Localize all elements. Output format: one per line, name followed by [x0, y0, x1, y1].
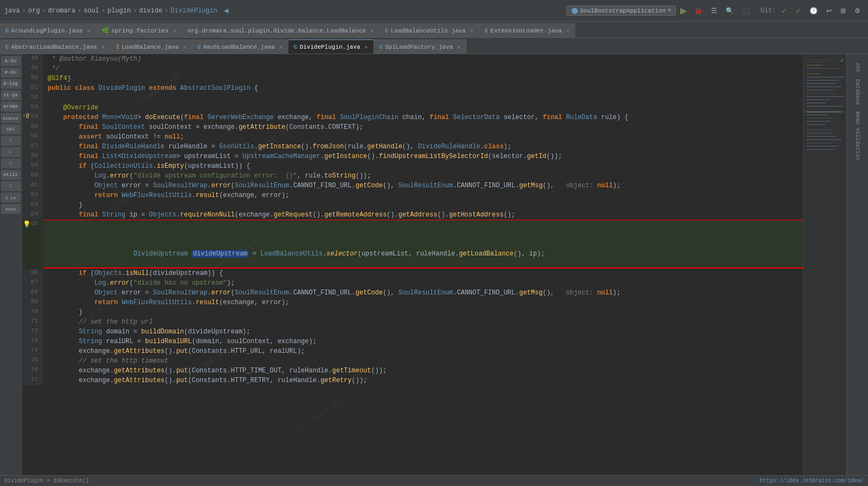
- tab-close-icon[interactable]: ✕: [566, 28, 569, 34]
- tab-hashloadbalance[interactable]: C HashLoadBalance.java ✕: [192, 40, 288, 54]
- run-config[interactable]: ⬤ SoulBootstrapApplication ▼: [567, 5, 676, 16]
- svg-rect-19: [806, 121, 831, 122]
- tab-abstractloadbalance[interactable]: C AbstractLoadBalance.java ✕: [0, 40, 110, 54]
- tab-close-icon[interactable]: ✕: [365, 44, 368, 50]
- git-check-button[interactable]: ✓: [778, 6, 790, 16]
- git-rollback-button[interactable]: ↩: [823, 6, 835, 16]
- code-scroll[interactable]: 48 * @author Xiaoyuu(Myth) 49 */ 50 @Slf…: [22, 54, 803, 475]
- table-row: 51 public class DividePlugin extends Abs…: [22, 83, 803, 93]
- main-area: a-du e-du d-log xt-pa aroma alance spi C…: [0, 54, 868, 475]
- svg-rect-4: [806, 74, 820, 74]
- tab-loadbalanceutils[interactable]: C LoadBalanceUtils.java ✕: [379, 23, 479, 37]
- tab-extensionloader[interactable]: C ExtensionLoader.java ✕: [479, 23, 576, 37]
- sidebar-item-c4[interactable]: C: [1, 181, 21, 191]
- tab-label: org.dromara.soul.plugin.divide.balance.L…: [187, 28, 366, 34]
- breadcrumb-plugin[interactable]: plugin: [107, 7, 130, 15]
- svg-rect-21: [806, 130, 833, 130]
- statusbar-url[interactable]: https://idea.JetBrains.com/idea/: [760, 478, 864, 484]
- gutter-override-icon: ↑@: [23, 113, 29, 119]
- svg-rect-10: [806, 93, 836, 94]
- git-checkmark2-button[interactable]: ✓: [792, 6, 804, 16]
- table-row: 76 exchange.getAttributes().put(Constant…: [22, 366, 803, 376]
- code-editor[interactable]: Y-YANB0722-02 Y-YANB0722-02 XY-YA-YANB07…: [22, 54, 803, 475]
- breadcrumb-dromara[interactable]: dromara: [48, 7, 75, 15]
- tab-label: AbstractLoadBalance.java: [11, 44, 97, 50]
- minimap[interactable]: ✓: [803, 54, 846, 475]
- tab-loadbalance-props[interactable]: org.dromara.soul.plugin.divide.balance.L…: [182, 23, 379, 37]
- svg-rect-16: [806, 111, 841, 113]
- debug-button[interactable]: 🐞: [691, 6, 706, 16]
- line-number: 53: [22, 103, 43, 113]
- sidebar-item-a-du[interactable]: a-du: [1, 56, 21, 66]
- line-number: 55: [22, 122, 43, 132]
- line-content: return WebFluxResultUtils.result(exchang…: [43, 298, 803, 307]
- sidebar-item-d-log[interactable]: d-log: [1, 79, 21, 89]
- tab-label: SpiLoadFactory.java: [385, 44, 452, 50]
- tab-divideplugin[interactable]: C DividePlugin.java ✕: [288, 40, 374, 54]
- tab-close-icon[interactable]: ✕: [370, 28, 373, 34]
- tab-label: DividePlugin.java: [300, 44, 360, 50]
- git-more-button[interactable]: ⊞: [837, 6, 849, 16]
- tab-springfactories[interactable]: 🌿 spring.factories ✕: [96, 23, 182, 37]
- line-content: final SoulContext soulContext = exchange…: [43, 122, 803, 132]
- table-row: 49 */: [22, 64, 803, 74]
- tab-spiloadfactory[interactable]: C SpiLoadFactory.java ✕: [374, 40, 466, 54]
- run-button[interactable]: ▶: [678, 4, 689, 17]
- sidebar-item-c2[interactable]: C: [1, 147, 21, 157]
- panel-label-bean-validation[interactable]: Bean Validation: [854, 111, 860, 160]
- breadcrumb-org[interactable]: org: [28, 7, 40, 15]
- line-content: }: [43, 200, 803, 210]
- sidebar-item-ndle[interactable]: ndle: [1, 204, 21, 214]
- tab-close-icon[interactable]: ✕: [457, 44, 461, 50]
- table-row: 73 String realURL = buildRealURL(domain,…: [22, 337, 803, 346]
- git-history-button[interactable]: 🕐: [806, 6, 821, 16]
- sidebar-item-lo[interactable]: 1 Lo: [1, 193, 21, 202]
- tab-icon-sf: 🌿: [102, 27, 109, 34]
- sidebar-item-aroma[interactable]: aroma: [1, 102, 21, 111]
- tab-aroundlogplugin[interactable]: C AroundLogPlugin.java ✕: [0, 23, 96, 37]
- breadcrumb-java[interactable]: java: [4, 7, 20, 15]
- tab-label: LoadBalance.java: [122, 44, 179, 50]
- tab-close-icon[interactable]: ✕: [279, 44, 282, 50]
- sidebar-item-e-du[interactable]: e-du: [1, 68, 21, 77]
- sidebar-item-spi[interactable]: spi: [1, 124, 21, 134]
- line-number: 54 ↑@: [22, 113, 43, 122]
- sidebar-item-utils[interactable]: utils: [1, 170, 21, 180]
- tab-close-icon[interactable]: ✕: [183, 44, 186, 50]
- line-content: exchange.getAttributes().put(Constants.H…: [43, 376, 803, 385]
- back-icon[interactable]: ◀: [224, 6, 228, 15]
- line-number: 65 💡: [22, 220, 43, 268]
- line-number: 73: [22, 337, 43, 346]
- panel-label-database[interactable]: Database: [854, 79, 860, 105]
- svg-rect-9: [806, 90, 833, 90]
- table-row: 67 Log.error("divide has no upstream");: [22, 278, 803, 288]
- line-content: Object error = SoulResultWrap.error(Soul…: [43, 288, 803, 298]
- sidebar-item-c3[interactable]: C: [1, 159, 21, 168]
- breadcrumb-soul[interactable]: soul: [83, 7, 99, 15]
- breadcrumb-divideplugin[interactable]: DividePlugin: [170, 7, 217, 15]
- tab-close-icon[interactable]: ✕: [470, 28, 474, 34]
- panel-label-ant[interactable]: Ant: [854, 63, 860, 73]
- breadcrumb-divide[interactable]: divide: [139, 7, 162, 15]
- tab-loadbalance[interactable]: I LoadBalance.java ✕: [110, 40, 192, 54]
- line-content: // set the http url: [43, 317, 803, 327]
- profile-button[interactable]: 🔍: [722, 6, 737, 16]
- line-number: 49: [22, 64, 43, 74]
- sidebar-item-c1[interactable]: C: [1, 136, 21, 146]
- tab-close-icon[interactable]: ✕: [173, 28, 176, 34]
- sidebar-item-xt-pa[interactable]: xt-pa: [1, 90, 21, 100]
- stop-button[interactable]: ⬛: [739, 6, 754, 16]
- table-row: 77 exchange.getAttributes().put(Constant…: [22, 376, 803, 385]
- run-config-dropdown-icon[interactable]: ▼: [668, 8, 671, 14]
- tab-close-icon[interactable]: ✕: [87, 28, 90, 34]
- settings-button[interactable]: ⚙: [851, 6, 864, 16]
- sidebar-item-alance[interactable]: alance: [1, 113, 21, 123]
- line-number: 66: [22, 268, 43, 278]
- highlighted-word: divideUpstream: [192, 250, 248, 258]
- tab-label: ExtensionLoader.java: [490, 28, 562, 34]
- line-content: final String ip = Objects.requireNonNull…: [43, 210, 803, 220]
- tab-label: LoadBalanceUtils.java: [391, 28, 466, 34]
- coverage-button[interactable]: ☰: [708, 6, 720, 16]
- run-config-label: SoulBootstrapApplication: [580, 8, 666, 14]
- tab-close-icon[interactable]: ✕: [101, 44, 104, 50]
